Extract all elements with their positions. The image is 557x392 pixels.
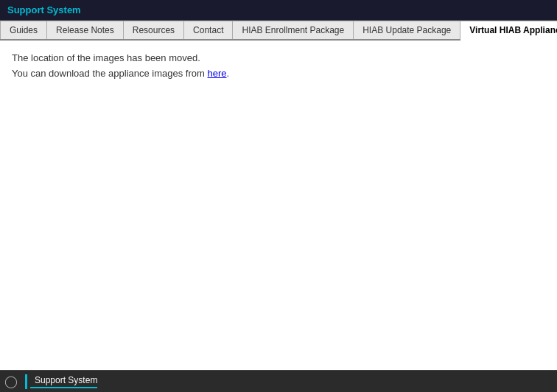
- status-icon: ◯: [0, 371, 22, 393]
- status-bar: ◯ Support System: [0, 370, 557, 392]
- here-link[interactable]: here: [207, 68, 226, 79]
- content-body: The location of the images has been move…: [12, 51, 545, 82]
- tab-resources[interactable]: Resources: [124, 21, 184, 39]
- status-label: Support System: [30, 375, 97, 388]
- content-line2-suffix: .: [227, 68, 230, 79]
- tab-virtual-hiab[interactable]: Virtual HIAB Appliance: [460, 21, 557, 41]
- tab-hiab-enrollment[interactable]: HIAB Enrollment Package: [233, 21, 354, 39]
- content-line2: You can download the appliance images fr…: [12, 66, 545, 82]
- tab-contact[interactable]: Contact: [184, 21, 233, 39]
- tab-hiab-update[interactable]: HIAB Update Package: [354, 21, 460, 39]
- status-divider: [25, 374, 27, 389]
- main-content: The location of the images has been move…: [0, 41, 557, 370]
- tab-guides[interactable]: Guides: [0, 21, 47, 39]
- content-line1: The location of the images has been move…: [12, 51, 545, 66]
- tab-release-notes[interactable]: Release Notes: [47, 21, 124, 39]
- app-title: Support System: [7, 4, 81, 15]
- title-bar: Support System: [0, 0, 557, 21]
- content-line2-prefix: You can download the appliance images fr…: [12, 68, 207, 79]
- tab-bar: GuidesRelease NotesResourcesContactHIAB …: [0, 21, 557, 41]
